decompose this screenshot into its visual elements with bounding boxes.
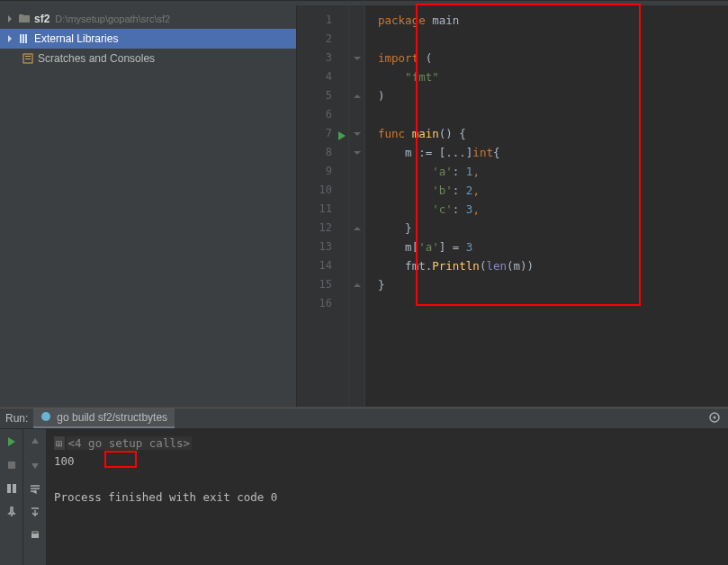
scroll-end-button[interactable] — [26, 503, 44, 521]
svg-rect-12 — [7, 484, 11, 493]
exit-line: Process finished with exit code 0 — [54, 489, 721, 507]
print-button[interactable] — [26, 526, 44, 544]
run-toolbar-left — [0, 429, 23, 565]
run-settings-button[interactable] — [701, 411, 728, 426]
svg-point-10 — [714, 416, 716, 418]
code-editor[interactable]: 1 2 3 4 5 6 7 8 9 10 11 12 13 14 15 — [297, 5, 728, 407]
svg-rect-3 — [22, 34, 24, 43]
svg-rect-15 — [32, 532, 38, 534]
tree-label: Scratches and Consoles — [38, 52, 155, 65]
fold-expand-icon[interactable]: ⊞ — [54, 436, 65, 450]
run-label: Run: — [5, 412, 28, 425]
svg-rect-11 — [8, 462, 15, 469]
tree-path-hint: D:\mysetup\gopath\src\sf2 — [55, 13, 170, 24]
tree-label: External Libraries — [34, 32, 118, 45]
library-icon — [18, 32, 31, 45]
scratches-icon — [22, 52, 34, 65]
down-trace-button[interactable] — [26, 456, 44, 474]
rerun-button[interactable] — [3, 433, 21, 451]
line-gutter: 1 2 3 4 5 6 7 8 9 10 11 12 13 14 15 — [297, 5, 349, 407]
svg-rect-4 — [25, 34, 27, 43]
svg-rect-7 — [25, 58, 31, 59]
chevron-right-icon — [5, 34, 14, 43]
tree-label: sf2 — [34, 13, 49, 25]
run-tab-label: go build sf2/structbytes — [57, 411, 167, 424]
svg-rect-6 — [25, 56, 31, 57]
tree-scratches[interactable]: Scratches and Consoles — [0, 49, 296, 68]
run-tool-window: Run: go build sf2/structbytes — [0, 408, 728, 565]
go-icon — [40, 411, 51, 425]
console-output[interactable]: ⊞<4 go setup calls> 100 Process finished… — [47, 429, 728, 565]
stop-button[interactable] — [3, 456, 21, 474]
run-header: Run: go build sf2/structbytes — [0, 408, 728, 429]
svg-rect-1 — [19, 14, 23, 17]
layout-button[interactable] — [3, 480, 21, 498]
soft-wrap-button[interactable] — [26, 480, 44, 498]
svg-rect-2 — [20, 34, 22, 43]
pin-button[interactable] — [3, 503, 21, 521]
tree-root-sf2[interactable]: sf2 D:\mysetup\gopath\src\sf2 — [0, 9, 296, 29]
code-area[interactable]: package main import ( "fmt" ) func main(… — [365, 5, 728, 407]
run-toolbar-left-2 — [23, 429, 47, 565]
up-trace-button[interactable] — [26, 433, 44, 451]
run-config-tab[interactable]: go build sf2/structbytes — [33, 408, 175, 428]
folded-setup-calls[interactable]: <4 go setup calls> — [67, 436, 192, 450]
project-tree[interactable]: sf2 D:\mysetup\gopath\src\sf2 External L… — [0, 5, 297, 407]
tree-external-libraries[interactable]: External Libraries — [0, 29, 296, 49]
svg-point-8 — [41, 412, 50, 421]
fold-gutter — [349, 5, 365, 407]
folder-icon — [18, 13, 31, 25]
chevron-right-icon — [5, 14, 14, 23]
program-output: 100 — [54, 453, 721, 471]
svg-rect-13 — [13, 484, 16, 493]
